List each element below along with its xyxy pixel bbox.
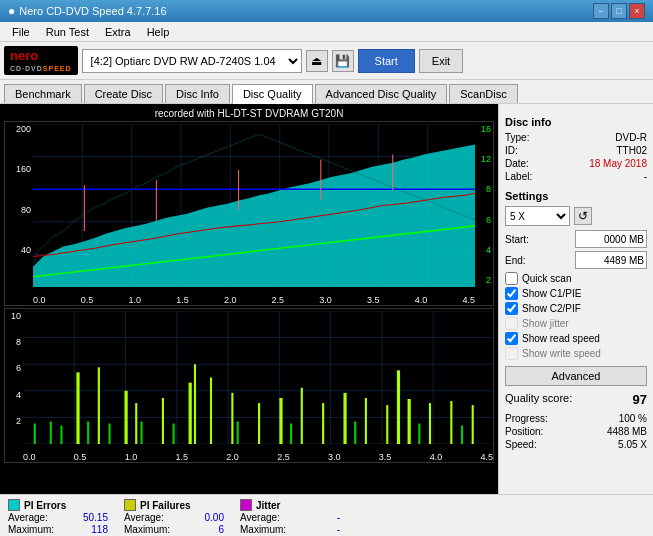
quality-score-row: Quality score: 97 — [505, 392, 647, 407]
show-c1-pie-row: Show C1/PIE — [505, 287, 647, 300]
disc-type-val: DVD-R — [615, 132, 647, 143]
start-button[interactable]: Start — [358, 49, 415, 73]
start-label: Start: — [505, 234, 529, 245]
quality-score-val: 97 — [633, 392, 647, 407]
pi-failures-max: Maximum: 6 — [124, 524, 224, 535]
svg-rect-37 — [124, 391, 127, 444]
lower-chart: 10 8 6 4 2 — [4, 308, 494, 463]
show-read-speed-checkbox[interactable] — [505, 332, 518, 345]
speed-row: 5 X 4 X 8 X Max ↺ — [505, 206, 647, 226]
quick-scan-checkbox[interactable] — [505, 272, 518, 285]
position-val: 4488 MB — [607, 426, 647, 437]
show-c1-pie-label: Show C1/PIE — [522, 288, 581, 299]
end-label: End: — [505, 255, 526, 266]
disc-label-label: Label: — [505, 171, 532, 182]
svg-rect-53 — [450, 401, 452, 444]
menu-file[interactable]: File — [4, 24, 38, 40]
tab-disc-info[interactable]: Disc Info — [165, 84, 230, 103]
svg-rect-52 — [429, 403, 431, 444]
start-field-row: Start: — [505, 230, 647, 248]
show-c2-pif-checkbox[interactable] — [505, 302, 518, 315]
progress-row: Progress: 100 % — [505, 413, 647, 424]
tab-bar: Benchmark Create Disc Disc Info Disc Qua… — [0, 80, 653, 104]
svg-rect-41 — [194, 364, 196, 444]
lower-chart-inner — [23, 311, 493, 444]
pi-failures-legend: PI Failures Average: 0.00 Maximum: 6 Tot… — [124, 499, 224, 536]
toolbar: nero CD·DVDSPEED [4:2] Optiarc DVD RW AD… — [0, 42, 653, 80]
jitter-title: Jitter — [256, 500, 280, 511]
show-read-speed-label: Show read speed — [522, 333, 600, 344]
menu-help[interactable]: Help — [139, 24, 178, 40]
drive-select[interactable]: [4:2] Optiarc DVD RW AD-7240S 1.04 — [82, 49, 302, 73]
window-controls[interactable]: − □ × — [593, 3, 645, 19]
upper-chart-inner — [33, 124, 475, 287]
end-input[interactable] — [575, 251, 647, 269]
upper-y-labels-right: 16 12 8 6 4 2 — [475, 122, 493, 287]
pi-failures-avg: Average: 0.00 — [124, 512, 224, 523]
svg-rect-61 — [87, 421, 89, 444]
svg-rect-54 — [472, 405, 474, 444]
upper-chart: 200 160 80 40 16 12 8 6 4 2 — [4, 121, 494, 306]
show-write-speed-label: Show write speed — [522, 348, 601, 359]
end-field-row: End: — [505, 251, 647, 269]
menu-run-test[interactable]: Run Test — [38, 24, 97, 40]
advanced-button[interactable]: Advanced — [505, 366, 647, 386]
disc-label-val: - — [644, 171, 647, 182]
svg-rect-43 — [231, 393, 233, 444]
svg-rect-55 — [76, 372, 79, 444]
refresh-icon[interactable]: ↺ — [574, 207, 592, 225]
show-c1-pie-checkbox[interactable] — [505, 287, 518, 300]
disc-id-label: ID: — [505, 145, 518, 156]
chart-area: recorded with HL-DT-ST DVDRAM GT20N 200 … — [0, 104, 498, 494]
svg-rect-49 — [365, 398, 367, 444]
svg-marker-14 — [33, 144, 475, 287]
svg-rect-59 — [50, 421, 52, 444]
menu-extra[interactable]: Extra — [97, 24, 139, 40]
upper-y-labels-left: 200 160 80 40 — [5, 122, 33, 287]
close-button[interactable]: × — [629, 3, 645, 19]
pi-errors-legend: PI Errors Average: 50.15 Maximum: 118 To… — [8, 499, 108, 536]
minimize-button[interactable]: − — [593, 3, 609, 19]
quick-scan-label: Quick scan — [522, 273, 571, 284]
exit-button[interactable]: Exit — [419, 49, 463, 73]
svg-rect-65 — [237, 421, 239, 444]
disc-label-row: Label: - — [505, 171, 647, 182]
tab-scandisc[interactable]: ScanDisc — [449, 84, 517, 103]
svg-rect-39 — [162, 398, 164, 444]
svg-rect-63 — [141, 421, 143, 444]
speed-select[interactable]: 5 X 4 X 8 X Max — [505, 206, 570, 226]
show-read-speed-row: Show read speed — [505, 332, 647, 345]
disc-date-row: Date: 18 May 2018 — [505, 158, 647, 169]
svg-rect-48 — [343, 393, 346, 444]
show-c2-pif-label: Show C2/PIF — [522, 303, 581, 314]
svg-rect-67 — [354, 421, 356, 444]
jitter-max: Maximum: - — [240, 524, 340, 535]
eject-icon[interactable]: ⏏ — [306, 50, 328, 72]
menu-bar: File Run Test Extra Help — [0, 22, 653, 42]
disc-date-label: Date: — [505, 158, 529, 169]
tab-create-disc[interactable]: Create Disc — [84, 84, 163, 103]
title-bar: ● Nero CD-DVD Speed 4.7.7.16 − □ × — [0, 0, 653, 22]
position-label: Position: — [505, 426, 543, 437]
tab-advanced-disc-quality[interactable]: Advanced Disc Quality — [315, 84, 448, 103]
maximize-button[interactable]: □ — [611, 3, 627, 19]
disc-info-title: Disc info — [505, 116, 647, 128]
disc-type-label: Type: — [505, 132, 529, 143]
speed-val: 5.05 X — [618, 439, 647, 450]
progress-val: 100 % — [619, 413, 647, 424]
speed-label: Speed: — [505, 439, 537, 450]
pi-failures-title: PI Failures — [140, 500, 191, 511]
svg-rect-38 — [135, 403, 137, 444]
disc-date-val: 18 May 2018 — [589, 158, 647, 169]
svg-rect-60 — [60, 426, 62, 444]
tab-disc-quality[interactable]: Disc Quality — [232, 84, 313, 104]
save-icon[interactable]: 💾 — [332, 50, 354, 72]
pi-failures-color-box — [124, 499, 136, 511]
progress-section: Progress: 100 % Position: 4488 MB Speed:… — [505, 413, 647, 450]
upper-x-axis: 0.0 0.5 1.0 1.5 2.0 2.5 3.0 3.5 4.0 4.5 — [33, 295, 475, 305]
tab-benchmark[interactable]: Benchmark — [4, 84, 82, 103]
svg-rect-45 — [279, 398, 282, 444]
svg-rect-69 — [461, 426, 463, 444]
chart-title: recorded with HL-DT-ST DVDRAM GT20N — [4, 108, 494, 119]
start-input[interactable] — [575, 230, 647, 248]
